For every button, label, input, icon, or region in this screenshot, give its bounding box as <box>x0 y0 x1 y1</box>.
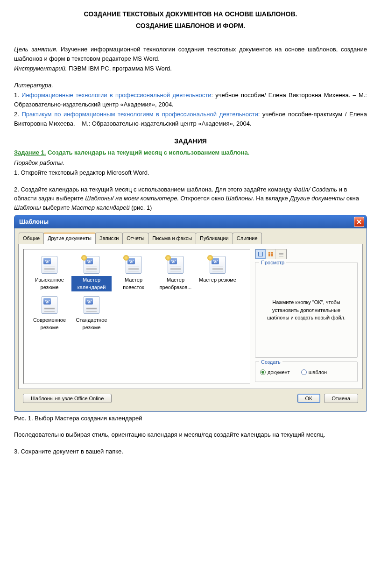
list-icon <box>279 252 283 256</box>
figure-caption: Рис. 1. Выбор Мастера создания календаре… <box>14 414 367 423</box>
task1-heading: Задание 1. Создать календарь на текущий … <box>14 148 367 157</box>
tab-reports[interactable]: Отчеты <box>122 233 148 244</box>
tabstrip: Общие Другие документы Записки Отчеты Пи… <box>18 232 363 244</box>
tab-memos[interactable]: Записки <box>95 233 123 244</box>
lit1-link[interactable]: Информационные технологии в профессионал… <box>21 92 211 99</box>
wizard-badge-icon <box>165 255 171 261</box>
wizard-badge-icon <box>207 255 213 261</box>
task1-title: Создать календарь на текущий месяц с исп… <box>46 149 249 156</box>
list-item[interactable]: Мастер повесток <box>113 255 155 292</box>
preview-text: Нажмите кнопку "ОК", чтобы установить до… <box>259 267 353 354</box>
close-button[interactable] <box>354 217 364 227</box>
tab-publications[interactable]: Публикации <box>196 233 233 244</box>
large-icons-icon <box>258 252 263 256</box>
word-doc-icon <box>84 296 99 314</box>
doc-title-1: СОЗДАНИЕ ТЕКСТОВЫХ ДОКУМЕНТОВ НА ОСНОВЕ … <box>14 9 367 19</box>
list-item[interactable]: Современное резюме <box>28 295 71 333</box>
cancel-button[interactable]: Отмена <box>324 394 358 403</box>
step-3: 3. Сохраните документ в вашей папке. <box>14 447 367 456</box>
item-label: Мастер календарей <box>71 276 112 291</box>
radio-document[interactable]: документ <box>260 368 290 376</box>
word-doc-icon <box>42 256 57 274</box>
lit1-num: 1. <box>14 92 21 99</box>
item-label: Современное резюме <box>33 317 66 331</box>
goal-paragraph: Цель занятия. Изучение информационной те… <box>14 45 367 63</box>
radio-icon <box>260 369 266 375</box>
view-list-button[interactable] <box>276 249 286 259</box>
step-2: 2. Создайте календарь на текущий месяц с… <box>14 185 367 213</box>
view-toggle <box>255 249 287 259</box>
doc-title-2: СОЗДАНИЕ ШАБЛОНОВ И ФОРМ. <box>14 21 367 31</box>
step-1: 1. Откройте текстовый редактор Microsoft… <box>14 168 367 177</box>
wizard-badge-icon <box>81 255 87 261</box>
list-item[interactable]: Изысканное резюме <box>28 255 71 292</box>
preview-group-title: Просмотр <box>259 259 286 267</box>
goal-label: Цель занятия. <box>14 46 57 53</box>
tools-label: Инструментарий. <box>14 65 67 72</box>
item-label: Мастер резюме <box>199 277 236 283</box>
ok-button[interactable]: ОК <box>297 394 320 403</box>
dialog-title: Шаблоны <box>19 217 49 227</box>
literature-item-2: 2. Практикум по информационным технологи… <box>14 110 367 128</box>
lit2-num: 2. <box>14 111 22 118</box>
task1-number: Задание 1. <box>14 149 46 156</box>
radio-document-label: документ <box>268 368 290 376</box>
tools-paragraph: Инструментарий. ПЭВМ IBM PC, программа M… <box>14 64 367 73</box>
order-label: Порядок работы. <box>14 158 367 168</box>
list-item[interactable]: Мастер календарей <box>71 255 113 292</box>
templates-dialog: Шаблоны Общие Другие документы Записки О… <box>14 215 367 412</box>
item-label: Мастер преобразов... <box>160 277 192 290</box>
item-label: Мастер повесток <box>123 277 144 290</box>
after-paragraph: Последовательно выбирая стиль, ориентаци… <box>14 430 367 439</box>
preview-groupbox: Просмотр Нажмите кнопку "ОК", чтобы уста… <box>255 262 358 358</box>
item-label: Стандартное резюме <box>76 317 107 331</box>
tab-other-documents[interactable]: Другие документы <box>43 233 96 244</box>
tasks-header: ЗАДАНИЯ <box>14 136 367 146</box>
radio-template[interactable]: шаблон <box>301 368 327 376</box>
dialog-titlebar: Шаблоны <box>14 215 367 228</box>
small-icons-icon <box>268 252 273 256</box>
word-doc-icon <box>42 296 57 314</box>
office-online-button[interactable]: Шаблоны на узле Office Online <box>23 394 112 403</box>
literature-label: Литература. <box>14 81 367 90</box>
list-item[interactable]: Стандартное резюме <box>71 295 113 333</box>
goal-text: Изучение информационной технологии созда… <box>14 46 367 62</box>
view-small-icons-button[interactable] <box>266 249 276 259</box>
create-group-title: Создать <box>259 358 282 366</box>
tab-letters-faxes[interactable]: Письма и факсы <box>148 233 196 244</box>
item-label: Изысканное резюме <box>35 277 64 290</box>
lit2-link[interactable]: Практикум по информационным технологиям … <box>22 111 258 118</box>
tab-mailmerge[interactable]: Слияние <box>233 233 262 244</box>
literature-item-1: 1. Информационные технологии в профессио… <box>14 91 367 109</box>
tools-text: ПЭВМ IBM PC, программа MS Word. <box>67 65 171 72</box>
wizard-badge-icon <box>123 255 129 261</box>
view-large-icons-button[interactable] <box>255 249 266 259</box>
list-item[interactable]: Мастер преобразов... <box>155 255 197 292</box>
template-listview[interactable]: Изысканное резюме Мастер календарей Маст… <box>23 249 250 384</box>
radio-template-label: шаблон <box>309 368 327 376</box>
radio-icon <box>301 369 307 375</box>
list-item[interactable]: Мастер резюме <box>197 255 239 292</box>
create-groupbox: Создать документ шаблон <box>255 361 358 383</box>
tab-general[interactable]: Общие <box>19 233 44 244</box>
